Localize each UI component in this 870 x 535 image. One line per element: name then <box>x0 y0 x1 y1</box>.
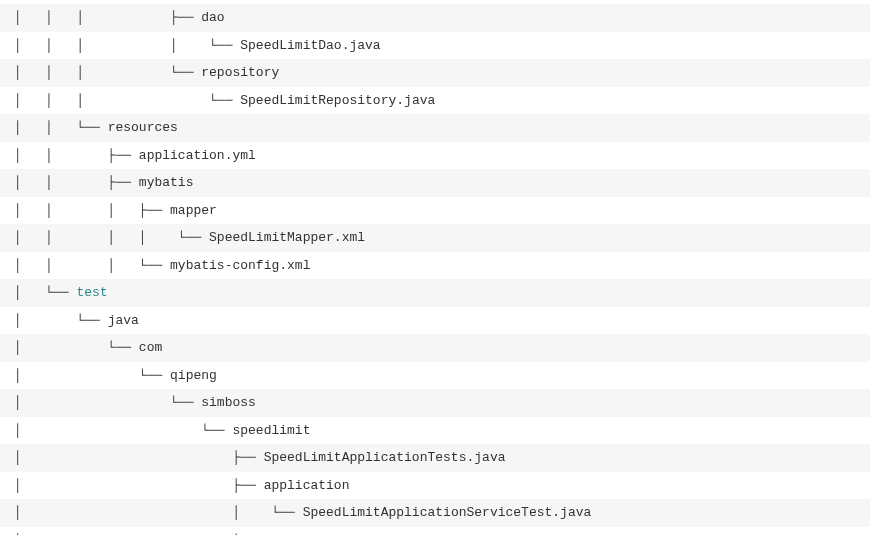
tree-prefix: │ │ ├── <box>14 148 139 163</box>
tree-prefix: │ │ └── <box>14 120 108 135</box>
tree-line: │ └── java <box>0 307 870 335</box>
tree-line: │ │ │ │ └── SpeedLimitDao.java <box>0 32 870 60</box>
tree-line: │ │ ├── application.yml <box>0 142 870 170</box>
tree-node-name: simboss <box>201 395 256 410</box>
tree-line: │ │ │ └── SpeedLimitRepository.java <box>0 87 870 115</box>
directory-tree: │ │ │ ├── dao│ │ │ │ └── SpeedLimitDao.j… <box>0 4 870 535</box>
tree-line: │ │ │ │ └── SpeedLimitMapper.xml <box>0 224 870 252</box>
tree-line: │ ├── application <box>0 472 870 500</box>
tree-node-name: java <box>108 313 139 328</box>
tree-prefix: │ └── <box>14 340 139 355</box>
tree-prefix: │ │ │ │ └── <box>14 230 209 245</box>
tree-prefix: │ └── <box>14 368 170 383</box>
tree-node-name: SpeedLimitDao.java <box>240 38 380 53</box>
tree-node-name: mybatis <box>139 175 194 190</box>
tree-line: │ └── test <box>0 279 870 307</box>
tree-line: │ │ │ └── repository <box>0 59 870 87</box>
tree-prefix: │ │ │ │ └── <box>14 38 240 53</box>
tree-node-name: application.yml <box>139 148 256 163</box>
tree-line: │ │ └── SpeedLimitApplicationServiceTest… <box>0 499 870 527</box>
tree-prefix: │ ├── <box>14 450 264 465</box>
tree-node-name: speedlimit <box>232 423 310 438</box>
tree-node-name: resources <box>108 120 178 135</box>
tree-node-name: mybatis-config.xml <box>170 258 310 273</box>
tree-line: │ │ │ ├── dao <box>0 4 870 32</box>
tree-node-name: com <box>139 340 162 355</box>
tree-node-name: application <box>264 478 350 493</box>
tree-node-name: SpeedLimitApplicationServiceTest.java <box>303 505 592 520</box>
tree-prefix: │ │ └── <box>14 505 303 520</box>
tree-prefix: │ └── <box>14 285 76 300</box>
tree-prefix: │ │ │ └── <box>14 65 201 80</box>
tree-line: │ ├── SpeedLimitApplicationTests.java <box>0 444 870 472</box>
tree-prefix: │ │ ├── <box>14 175 139 190</box>
tree-line: │ └── simboss <box>0 389 870 417</box>
tree-prefix: │ │ │ └── <box>14 93 240 108</box>
tree-line: │ │ ├── mybatis <box>0 169 870 197</box>
tree-prefix: │ │ │ ├── <box>14 203 170 218</box>
tree-line: │ └── speedlimit <box>0 417 870 445</box>
tree-node-name: SpeedLimitApplicationTests.java <box>264 450 506 465</box>
tree-node-name: qipeng <box>170 368 217 383</box>
tree-prefix: │ └── <box>14 313 108 328</box>
tree-line: │ │ │ └── mybatis-config.xml <box>0 252 870 280</box>
tree-node-name: mapper <box>170 203 217 218</box>
tree-line: │ └── domain <box>0 527 870 536</box>
tree-node-name: dao <box>201 10 224 25</box>
tree-line: │ │ │ ├── mapper <box>0 197 870 225</box>
tree-prefix: │ ├── <box>14 478 264 493</box>
tree-node-name: test <box>76 285 107 300</box>
tree-node-name: SpeedLimitRepository.java <box>240 93 435 108</box>
tree-line: │ │ └── resources <box>0 114 870 142</box>
tree-prefix: │ └── <box>14 423 232 438</box>
tree-prefix: │ └── <box>14 395 201 410</box>
tree-line: │ └── com <box>0 334 870 362</box>
tree-node-name: repository <box>201 65 279 80</box>
tree-prefix: │ │ │ └── <box>14 258 170 273</box>
tree-line: │ └── qipeng <box>0 362 870 390</box>
tree-node-name: SpeedLimitMapper.xml <box>209 230 365 245</box>
tree-prefix: │ │ │ ├── <box>14 10 201 25</box>
